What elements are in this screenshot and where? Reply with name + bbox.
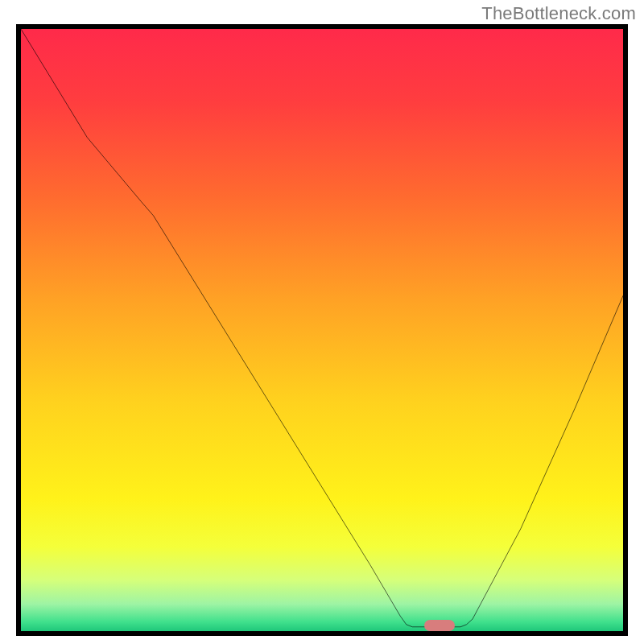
chart-container: TheBottleneck.com xyxy=(0,0,644,644)
chart-frame xyxy=(16,24,628,636)
plot-area xyxy=(21,29,623,631)
attribution-label: TheBottleneck.com xyxy=(481,3,636,24)
bottleneck-curve xyxy=(21,29,623,631)
optimal-marker xyxy=(424,620,454,631)
